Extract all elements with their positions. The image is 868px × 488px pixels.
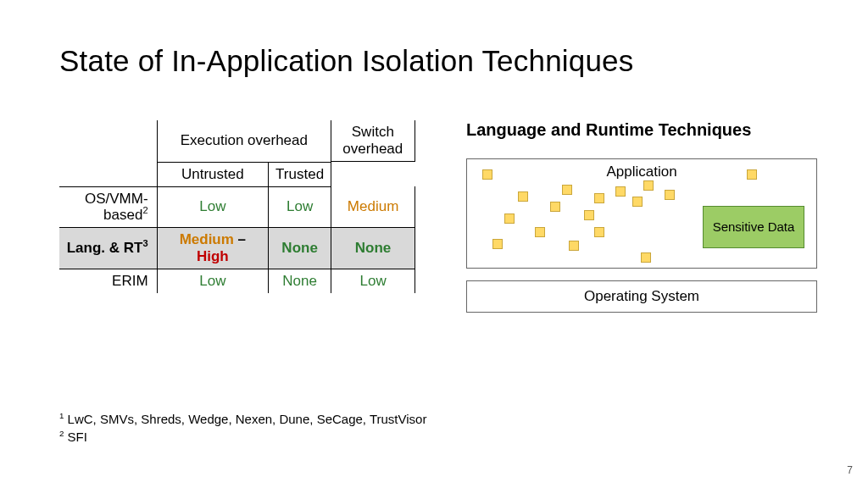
- cell-langrt-untrusted: Medium – High: [157, 227, 269, 269]
- memory-chip-icon: [518, 191, 528, 202]
- row-label-osvmm: OS/VMM-based2: [59, 186, 157, 227]
- memory-chip-icon: [504, 214, 515, 224]
- cell-erim-untrusted: Low: [157, 269, 269, 293]
- application-box: Application Sensitive Data: [466, 158, 817, 269]
- memory-chip-icon: [482, 169, 492, 180]
- cell-erim-switch: Low: [331, 269, 415, 293]
- right-heading: Language and Runtime Techniques: [466, 120, 817, 140]
- slide-title: State of In-Application Isolation Techni…: [59, 44, 817, 78]
- row-label-erim: ERIM: [59, 269, 157, 293]
- operating-system-box: Operating System: [466, 280, 817, 313]
- col-head-switch-overhead: Switch overhead: [331, 120, 415, 162]
- memory-chip-icon: [535, 227, 545, 237]
- footnote-1: 1 LwC, SMVs, Shreds, Wedge, Nexen, Dune,…: [59, 412, 426, 426]
- memory-chip-icon: [594, 193, 604, 203]
- table-row-erim: ERIM Low None Low: [59, 269, 415, 293]
- memory-chip-icon: [550, 202, 560, 212]
- memory-chip-icon: [492, 239, 503, 249]
- table-row-osvmm: OS/VMM-based2 Low Low Medium: [59, 186, 415, 227]
- memory-chip-icon: [641, 252, 651, 263]
- footnotes: 1 LwC, SMVs, Shreds, Wedge, Nexen, Dune,…: [59, 412, 426, 447]
- memory-chip-icon: [569, 241, 579, 251]
- col-head-trusted: Trusted: [269, 162, 331, 186]
- row-label-langrt: Lang. & RT3: [59, 227, 157, 269]
- col-head-untrusted: Untrusted: [157, 162, 269, 186]
- footnote-2: 2 SFI: [59, 430, 426, 444]
- cell-langrt-switch: None: [331, 227, 415, 269]
- memory-chip-icon: [594, 227, 604, 237]
- memory-chip-icon: [632, 197, 643, 207]
- cell-langrt-trusted: None: [269, 227, 331, 269]
- sensitive-data-box: Sensitive Data: [703, 206, 804, 248]
- page-number: 7: [847, 464, 853, 476]
- comparison-table: Execution overhead Switch overhead Untru…: [59, 120, 415, 293]
- memory-chip-icon: [665, 190, 675, 200]
- cell-osvmm-trusted: Low: [269, 186, 331, 227]
- memory-chip-icon: [562, 185, 572, 195]
- table-row-langrt: Lang. & RT3 Medium – High None None: [59, 227, 415, 269]
- cell-osvmm-switch: Medium: [331, 186, 415, 227]
- memory-chip-icon: [643, 180, 654, 191]
- left-column: Execution overhead Switch overhead Untru…: [59, 120, 415, 313]
- memory-chip-icon: [747, 169, 757, 180]
- cell-osvmm-untrusted: Low: [157, 186, 269, 227]
- memory-chip-icon: [615, 186, 626, 197]
- memory-chip-icon: [584, 210, 594, 220]
- right-column: Language and Runtime Techniques Applicat…: [466, 120, 817, 313]
- application-label: Application: [606, 164, 676, 180]
- cell-erim-trusted: None: [269, 269, 331, 293]
- col-head-exec-overhead: Execution overhead: [157, 120, 331, 162]
- content-row: Execution overhead Switch overhead Untru…: [59, 120, 817, 313]
- slide: State of In-Application Isolation Techni…: [0, 0, 868, 488]
